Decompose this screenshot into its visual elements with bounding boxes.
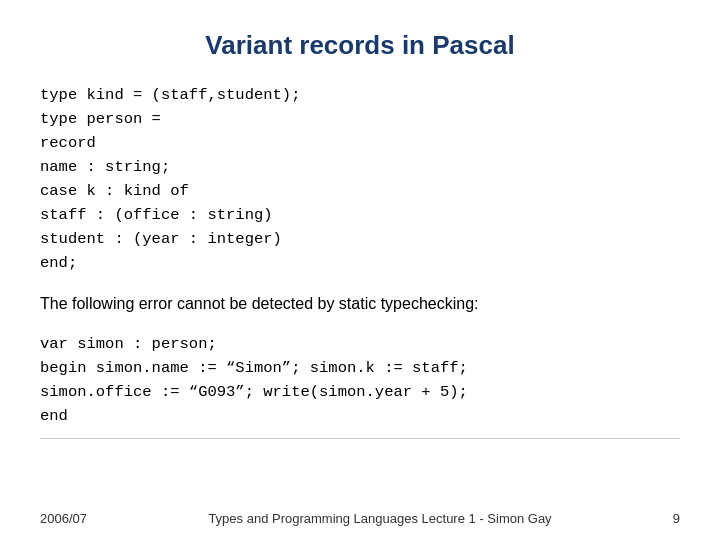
code2-line-2: begin simon.name := “Simon”; simon.k := …	[40, 356, 680, 380]
code-block-1: type kind = (staff,student); type person…	[40, 83, 680, 275]
code-line-5: case k : kind of	[40, 179, 680, 203]
slide: Variant records in Pascal type kind = (s…	[0, 0, 720, 540]
code2-line-4: end	[40, 404, 680, 428]
code-line-8: end;	[40, 251, 680, 275]
slide-title: Variant records in Pascal	[40, 30, 680, 61]
footer-page: 9	[660, 511, 680, 526]
code-line-6: staff : (office : string)	[40, 203, 680, 227]
footer-divider	[40, 438, 680, 439]
prose-text: The following error cannot be detected b…	[40, 293, 680, 315]
code-line-3: record	[40, 131, 680, 155]
code-line-1: type kind = (staff,student);	[40, 83, 680, 107]
footer-course: Types and Programming Languages Lecture …	[100, 511, 660, 526]
code-block-2: var simon : person; begin simon.name := …	[40, 332, 680, 428]
code-line-2: type person =	[40, 107, 680, 131]
code-line-4: name : string;	[40, 155, 680, 179]
footer: 2006/07 Types and Programming Languages …	[40, 511, 680, 526]
code2-line-3: simon.office := “G093”; write(simon.year…	[40, 380, 680, 404]
footer-year: 2006/07	[40, 511, 100, 526]
code-line-7: student : (year : integer)	[40, 227, 680, 251]
code2-line-1: var simon : person;	[40, 332, 680, 356]
